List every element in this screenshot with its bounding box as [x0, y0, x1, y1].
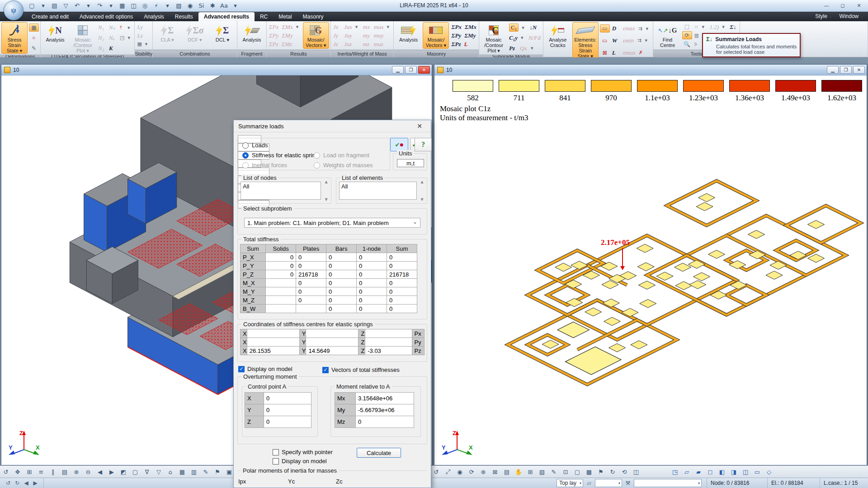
toolbar-icon[interactable]: ◩: [118, 467, 129, 477]
toolbar-icon[interactable]: ↻: [607, 467, 618, 477]
minimize-icon[interactable]: ▁: [827, 66, 839, 74]
minimize-icon[interactable]: ▁: [392, 66, 404, 74]
ribbon-icon[interactable]: ✎: [29, 44, 39, 52]
toolbar-icon[interactable]: ⊞: [24, 467, 35, 477]
ribbon-small-command[interactable]: Nₑ: [109, 34, 117, 42]
maximize-icon[interactable]: ◻: [836, 1, 849, 9]
ribbon-small-command[interactable]: ◳: [120, 35, 124, 41]
status-icon[interactable]: ▶: [31, 480, 40, 486]
restore-icon[interactable]: ❐: [840, 66, 852, 74]
toolbar-icon[interactable]: ▥: [189, 467, 199, 477]
selection-combo[interactable]: [634, 479, 702, 487]
ribbon-small-command[interactable]: ΣPx: [451, 23, 462, 31]
display-on-model-checkbox[interactable]: ✓Display on model: [238, 366, 292, 372]
view-cube-icon[interactable]: ◇: [764, 467, 774, 477]
ribbon-small-command[interactable]: ▾: [127, 25, 132, 31]
layer-combo[interactable]: Top lay: [557, 479, 583, 487]
model-window-titlebar[interactable]: 10 ▁❐✕: [1, 65, 432, 75]
vectors-of-total-stiffnesses-checkbox[interactable]: ✓Vectors of total stiffnesses: [322, 366, 400, 373]
ribbon-small-command[interactable]: ▾: [646, 26, 651, 32]
window-menu[interactable]: Window⌄: [840, 13, 863, 19]
ribbon-small-command[interactable]: ΣPz: [269, 41, 278, 48]
status-icon[interactable]: ◀: [22, 480, 31, 486]
ribbon-icon[interactable]: ⊠: [600, 49, 610, 57]
radio-load-on-fragment[interactable]: Load on fragment: [314, 152, 369, 159]
toolbar-icon[interactable]: ⊕: [71, 467, 82, 477]
toolbar-icon[interactable]: ◀: [94, 467, 105, 477]
ribbon-small-command[interactable]: N₃: [98, 45, 106, 52]
toolbar-icon[interactable]: ≡: [36, 467, 47, 477]
ribbon-small-command[interactable]: ⇉: [637, 38, 642, 43]
ribbon-small-command[interactable]: εmin: [623, 37, 634, 44]
toolbar-icon[interactable]: ⚑: [595, 467, 606, 477]
ribbon-small-command[interactable]: ΣMy: [282, 32, 292, 39]
dialog-titlebar[interactable]: Summarize loads ✕: [234, 120, 431, 132]
view-cube-icon[interactable]: ◳: [670, 467, 680, 477]
view-cube-icon[interactable]: ◫: [740, 467, 751, 477]
ribbon-small-command[interactable]: ΣPz: [451, 41, 461, 48]
list-of-nodes-value[interactable]: All: [241, 182, 321, 200]
ribbon-small-command[interactable]: ⍩: [694, 41, 699, 47]
ribbon-button-analysis[interactable]: Analysis: [239, 22, 265, 49]
tab-analysis[interactable]: Analysis: [138, 12, 170, 21]
ribbon-small-command[interactable]: ▾: [355, 24, 360, 30]
ribbon-button-stress-strain-state[interactable]: Stress Strain State ▾: [1, 22, 28, 54]
ribbon-button-elements-stress-strain-state[interactable]: Elements: Stress Strain State ▾: [572, 22, 599, 59]
toolbar-icon[interactable]: ▽: [153, 467, 164, 477]
ribbon-button-mosaic-vectors[interactable]: Mosaic/ Vectors ▾: [423, 22, 449, 49]
ribbon-small-command[interactable]: mux: [374, 23, 384, 31]
view-cube-icon[interactable]: ▰: [693, 467, 704, 477]
toolbar-icon[interactable]: ↺: [0, 467, 11, 477]
toolbar-icon[interactable]: ✋: [513, 467, 524, 477]
restore-icon[interactable]: ❐: [405, 66, 417, 74]
ribbon-small-command[interactable]: C₁: [509, 23, 519, 32]
ribbon-button-analysis[interactable]: NAnalysis: [42, 22, 68, 54]
specify-with-pointer-checkbox[interactable]: Specify with pointer: [273, 449, 333, 455]
status-icon[interactable]: ↺: [4, 480, 13, 486]
ribbon-icon[interactable]: ▭: [600, 37, 610, 45]
ribbon-small-command[interactable]: ▾: [645, 38, 649, 43]
ribbon-small-command[interactable]: ▾: [722, 24, 726, 30]
ribbon-small-command[interactable]: my: [363, 32, 371, 39]
toolbar-icon[interactable]: ▢: [130, 467, 141, 477]
mosaic-viewport[interactable]: 5827118419701.1e+031.23e+031.36e+031.49e…: [434, 75, 867, 465]
ribbon-small-command[interactable]: ΣPx: [269, 23, 278, 31]
ribbon-small-command[interactable]: muy: [374, 32, 384, 39]
ribbon-small-command[interactable]: mx: [363, 23, 371, 31]
radio-loads[interactable]: Loads: [242, 142, 268, 149]
close-icon[interactable]: ✕: [418, 66, 430, 74]
close-icon[interactable]: ✕: [853, 1, 865, 9]
ribbon-small-command[interactable]: Jux: [344, 23, 352, 31]
ribbon-small-command[interactable]: ▾: [531, 45, 535, 51]
ribbon-small-command[interactable]: C₁y: [509, 34, 518, 42]
ribbon-icon[interactable]: 🔍: [682, 40, 692, 48]
app-menu-orb[interactable]: ψ: [4, 0, 24, 20]
tab-rc[interactable]: RC: [255, 12, 273, 21]
ribbon-small-command[interactable]: ΣMx: [282, 23, 292, 31]
ribbon-small-command[interactable]: ▾: [127, 35, 132, 41]
list-of-elements-value[interactable]: All: [339, 182, 417, 200]
ribbon-small-command[interactable]: Juy: [344, 32, 352, 39]
view-cube-icon[interactable]: ▭: [752, 467, 763, 477]
ribbon-button-find-centre[interactable]: ↖↗↓GFind Centre: [655, 22, 681, 49]
toolbar-icon[interactable]: ⤢: [443, 467, 453, 477]
ribbon-icon[interactable]: ▦: [29, 23, 39, 32]
ribbon-small-command[interactable]: ▾: [387, 24, 391, 30]
ribbon-small-command[interactable]: N₁: [98, 24, 106, 31]
help-button[interactable]: ?: [415, 138, 432, 151]
toolbar-icon[interactable]: ▤: [501, 467, 512, 477]
ribbon-button-cla[interactable]: ΣCLA ▾: [154, 22, 180, 49]
scrollbar[interactable]: ▲▼: [419, 180, 425, 202]
ribbon-small-command[interactable]: L: [464, 41, 472, 48]
ribbon-small-command[interactable]: D: [612, 25, 620, 32]
ribbon-small-command[interactable]: Pz: [509, 45, 517, 52]
ribbon-small-command[interactable]: Jx: [333, 23, 341, 31]
ribbon-small-command[interactable]: Σ↓: [730, 23, 737, 31]
ribbon-small-command[interactable]: N/Fd: [528, 34, 541, 42]
ribbon-small-command[interactable]: ⤒: [120, 25, 124, 31]
ribbon-icon[interactable]: ⬚: [682, 23, 692, 31]
radio-weights-of-masses[interactable]: Weights of masses: [314, 162, 373, 169]
ribbon-icon[interactable]: ⌗: [29, 34, 39, 42]
radio-inertial-forces[interactable]: Inertial forces: [242, 162, 287, 169]
style-menu[interactable]: Style⌄: [815, 13, 832, 19]
